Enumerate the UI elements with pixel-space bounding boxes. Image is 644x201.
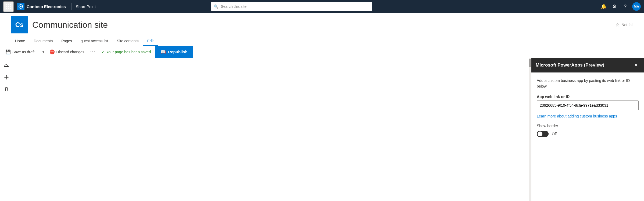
toggle-container: Off (537, 131, 639, 137)
nav-home[interactable]: Home (11, 37, 29, 46)
star-icon[interactable]: ☆ (616, 22, 619, 27)
trash-icon (4, 87, 9, 93)
nav-site-contents[interactable]: Site contents (113, 37, 143, 46)
republish-icon: 📖 (160, 49, 166, 54)
learn-more-link[interactable]: Learn more about adding custom business … (537, 114, 639, 118)
help-button[interactable]: ? (620, 2, 630, 11)
delete-tool-button[interactable] (2, 85, 11, 95)
toolbar-divider-1 (39, 49, 39, 55)
app-name: SharePoint (74, 4, 98, 9)
saved-text: Your page has been saved (106, 50, 151, 54)
help-icon: ? (624, 4, 627, 9)
move-icon (4, 75, 9, 81)
more-options-button[interactable]: ··· (88, 46, 98, 58)
site-nav: Home Documents Pages guest access list S… (11, 36, 633, 46)
show-border-label: Show border (537, 124, 639, 128)
toggle-state-label: Off (552, 132, 557, 136)
site-logo[interactable]: Contoso Electronics (15, 3, 68, 10)
discard-label: Discard changes (56, 50, 84, 54)
waffle-icon (6, 4, 11, 9)
nav-edit[interactable]: Edit (143, 37, 158, 46)
app-link-label: App web link or ID (537, 95, 639, 99)
save-draft-chevron[interactable]: ▾ (40, 46, 46, 58)
search-icon: 🔍 (214, 4, 218, 9)
contoso-logo-icon (17, 3, 24, 10)
panel-header: Microsoft PowerApps (Preview) ✕ (531, 58, 644, 72)
chevron-down-icon: ▾ (42, 50, 44, 54)
republish-label: Republish (168, 50, 188, 54)
panel-description: Add a custom business app by pasting its… (537, 78, 639, 89)
edit-pencil-icon (4, 63, 9, 69)
save-draft-label: Save as draft (12, 50, 35, 54)
site-header-right: ☆ Not foll (616, 22, 633, 27)
check-icon: ✓ (101, 50, 105, 54)
republish-button[interactable]: 📖 Republish (155, 46, 193, 58)
powerapps-panel: Microsoft PowerApps (Preview) ✕ Add a cu… (531, 58, 644, 201)
discard-icon: ⛔ (49, 49, 55, 54)
app-link-input[interactable] (537, 100, 639, 110)
bell-icon: 🔔 (601, 4, 607, 9)
site-logo-area: Cs Communication site (11, 16, 108, 33)
topbar: Contoso Electronics SharePoint 🔍 🔔 ⚙ ? M… (0, 0, 644, 13)
search-container: 🔍 (211, 2, 372, 11)
site-title: Communication site (32, 20, 108, 30)
site-header: Cs Communication site ☆ Not foll Home Do… (0, 13, 644, 46)
nav-pages[interactable]: Pages (57, 37, 76, 46)
nav-guest-access[interactable]: guest access list (76, 37, 113, 46)
gear-icon: ⚙ (612, 4, 617, 9)
panel-title: Microsoft PowerApps (Preview) (536, 63, 604, 68)
waffle-button[interactable] (3, 1, 14, 12)
nav-documents[interactable]: Documents (29, 37, 57, 46)
panel-body: Add a custom business app by pasting its… (531, 72, 644, 201)
logo-text: Contoso Electronics (27, 4, 66, 9)
main-area: Microsoft PowerApps (Preview) ✕ Add a cu… (0, 58, 644, 201)
save-icon: 💾 (5, 49, 11, 54)
topbar-divider (71, 3, 71, 10)
toggle-knob (538, 131, 542, 136)
page-canvas (13, 58, 531, 201)
edit-tool-button[interactable] (2, 61, 11, 71)
scrollbar-thumb[interactable] (529, 59, 531, 67)
saved-message: ✓ Your page has been saved (98, 50, 154, 54)
ellipsis-icon: ··· (90, 50, 95, 54)
discard-button[interactable]: ⛔ Discard changes (46, 46, 88, 58)
left-sidebar (0, 58, 13, 201)
site-logo-box: Cs (11, 16, 28, 33)
topbar-right: 🔔 ⚙ ? MA (599, 2, 641, 11)
page-content-area (13, 58, 531, 201)
panel-close-button[interactable]: ✕ (632, 62, 640, 69)
site-header-top: Cs Communication site ☆ Not foll (11, 16, 633, 36)
show-border-toggle[interactable] (537, 131, 549, 137)
follow-text: Not foll (621, 23, 633, 27)
search-input[interactable] (211, 2, 372, 11)
settings-button[interactable]: ⚙ (610, 2, 619, 11)
avatar[interactable]: MA (632, 2, 641, 11)
move-tool-button[interactable] (2, 73, 11, 83)
save-draft-button[interactable]: 💾 Save as draft (2, 46, 38, 58)
svg-point-1 (20, 6, 22, 7)
edit-toolbar: 💾 Save as draft ▾ ⛔ Discard changes ··· … (0, 46, 644, 58)
notifications-button[interactable]: 🔔 (599, 2, 609, 11)
scrollbar-track[interactable] (529, 58, 531, 201)
